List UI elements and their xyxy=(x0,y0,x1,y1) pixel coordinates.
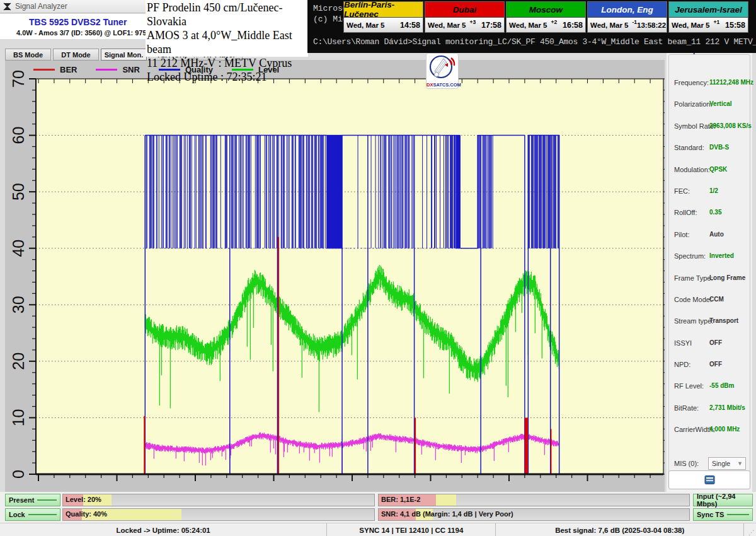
input-label: Input (~2,94 Mbps) xyxy=(697,492,746,508)
transponder-row-label: RollOff: xyxy=(674,209,697,216)
level-bar-label: Level: 20% xyxy=(66,496,101,503)
clock-city: Jerusalem-Israel xyxy=(669,2,748,18)
transponder-row-label: NPD: xyxy=(674,361,690,368)
transponder-row-value: OFF xyxy=(709,361,722,368)
svg-text:30: 30 xyxy=(9,296,27,313)
clock-time-row: Wed, Mar 5-113:58:22 xyxy=(588,18,667,32)
clock-utc-offset: +1 xyxy=(714,19,720,25)
syncts-label: Sync TS xyxy=(697,511,724,518)
transponder-row: Pilot:Auto xyxy=(669,230,750,251)
tab-signal-mon-[interactable]: Signal Mon. xyxy=(101,49,147,61)
mis-dropdown[interactable]: Single ▼ xyxy=(708,457,746,470)
transponder-row-label: ISSYI xyxy=(674,339,692,347)
transponder-row-value: QPSK xyxy=(709,166,727,173)
clock-widget[interactable]: Jerusalem-IsraelWed, Mar 5+115:58 xyxy=(668,1,748,33)
transponder-row-value: -55 dBm xyxy=(709,382,734,389)
transponder-panel: Transponder Frequency:11212,248 MHzPolar… xyxy=(667,35,752,492)
transponder-row-value: DVB-S xyxy=(709,144,729,151)
transponder-row-label: BitRate: xyxy=(674,404,699,412)
transponder-row: Frequency:11212,248 MHz xyxy=(669,78,750,99)
chevron-down-icon: ▼ xyxy=(737,460,743,467)
transponder-row-value: 11212,248 MHz xyxy=(709,79,753,86)
transponder-row-value: Inverted xyxy=(709,252,734,259)
annotation-overlay: PF Prodelin 450 cm/Lučenec-Slovakia AMOS… xyxy=(146,0,308,57)
present-label: Present xyxy=(9,496,34,504)
tuner-name: TBS 5925 DVBS2 Tuner xyxy=(29,17,127,27)
transponder-row-label: Pilot: xyxy=(674,231,689,238)
quality-bar-label: Quality: 40% xyxy=(66,510,107,518)
clock-utc-offset: +3 xyxy=(470,19,476,25)
clock-city: Dubai xyxy=(425,2,504,18)
transponder-row: Modulation:QPSK xyxy=(669,165,750,186)
transponder-row-value: OFF xyxy=(709,339,722,346)
clock-time-row: Wed, Mar 5+317:58 xyxy=(425,18,504,32)
clock-time: 15:58 xyxy=(725,21,745,30)
lock-label: Lock xyxy=(9,511,25,518)
clock-date: Wed, Mar 5 xyxy=(672,21,710,29)
tab-bs-mode[interactable]: BS Mode xyxy=(5,49,51,61)
clock-city: Moscow xyxy=(507,2,585,18)
transponder-row: Symbol Rate:2963,008 KS/s xyxy=(669,121,750,143)
svg-text:20: 20 xyxy=(9,352,27,370)
transponder-row: FEC:1/2 xyxy=(669,186,750,207)
clock-city: London, Eng xyxy=(588,2,667,18)
transponder-row-label: Spectrum: xyxy=(674,252,706,260)
svg-text:70: 70 xyxy=(9,70,27,88)
clock-utc-offset: -1 xyxy=(633,19,638,25)
transponder-row: RF Level:-55 dBm xyxy=(669,381,750,402)
transponder-row-value: Long Frame xyxy=(709,274,745,281)
clock-widget[interactable]: DubaiWed, Mar 5+317:58 xyxy=(425,1,505,33)
clock-time: 14:58 xyxy=(400,21,420,30)
clock-time: 13:58:22 xyxy=(637,21,666,29)
transponder-row-label: Standard: xyxy=(674,144,704,151)
clock-widget[interactable]: Berlin-Paris-LučenecWed, Mar 514:58 xyxy=(343,1,423,33)
annotation-line: 11 212 MHz-V : METV Cyprus xyxy=(147,56,308,70)
clock-city: Berlin-Paris-Lučenec xyxy=(344,2,423,18)
app-icon xyxy=(3,3,11,11)
transponder-row: Standard:DVB-S xyxy=(669,143,750,164)
snapshot-button[interactable] xyxy=(668,470,750,489)
transponder-row-value: Transport xyxy=(709,317,738,324)
ber-bar: BER: 1,1E-2 xyxy=(378,494,690,506)
transponder-row: Stream type:Transport xyxy=(669,316,750,337)
clock-utc-offset: +2 xyxy=(551,19,558,25)
transponder-row: RollOff:0.35 xyxy=(669,207,750,229)
signal-analyzer-app: Signal Analyzer TBS 5925 DVBS2 Tuner 4.0… xyxy=(0,0,756,536)
level-bar: Level: 20% xyxy=(62,494,375,506)
transponder-rows: Frequency:11212,248 MHzPolarization:Vert… xyxy=(669,78,750,446)
clock-widget[interactable]: MoscowWed, Mar 5+216:58 xyxy=(506,1,586,33)
svg-text:10: 10 xyxy=(9,409,27,427)
terminal-prompt: C:\Users\Roman Dávid>Signal monitoring_L… xyxy=(313,37,756,47)
transponder-row-value: Auto xyxy=(709,231,724,238)
transponder-row: Code Mode:CCM xyxy=(669,294,750,316)
transponder-row: Frame Type:Long Frame xyxy=(669,273,750,294)
annotation-line: Locked Uptime : 72:35:21 xyxy=(147,70,308,84)
clock-widget[interactable]: London, EngWed, Mar 5-113:58:22 xyxy=(587,1,667,33)
transponder-row-value: 1/2 xyxy=(709,187,718,194)
quality-bar: Quality: 40% xyxy=(62,508,375,521)
clock-date: Wed, Mar 5 xyxy=(509,21,547,29)
transponder-row: CarrierWidth:4,000 MHz xyxy=(669,424,750,446)
transponder-row: BitRate:2,731 Mbit/s xyxy=(669,403,750,424)
resize-grip[interactable]: ⋰ xyxy=(744,523,756,536)
tab-dt-mode[interactable]: DT Mode xyxy=(53,49,99,61)
transponder-row: Polarization:Vertical xyxy=(669,99,750,120)
transponder-row-label: Polarization: xyxy=(674,100,713,108)
clock-time: 17:58 xyxy=(481,21,501,30)
status-best-signal: Best signal: 7,6 dB (2025-03-04 08:38) xyxy=(496,523,744,536)
chart-plot: 010203040506070 xyxy=(5,60,665,492)
transponder-row-value: 2,731 Mbit/s xyxy=(709,404,745,411)
clock-date: Wed, Mar 5 xyxy=(346,21,385,29)
lock-indicator: Lock xyxy=(5,508,60,521)
present-indicator: Present xyxy=(5,494,60,506)
annotation-line: PF Prodelin 450 cm/Lučenec-Slovakia xyxy=(147,1,308,28)
transponder-row-label: Code Mode: xyxy=(674,296,712,303)
mis-label: MIS (0): xyxy=(674,460,699,467)
status-sync-tei-cc: SYNC 14 | TEI 12410 | CC 1194 xyxy=(327,523,496,536)
clock-date: Wed, Mar 5 xyxy=(428,21,466,29)
input-indicator: Input (~2,94 Mbps) xyxy=(693,494,753,506)
clock-time-row: Wed, Mar 5+115:58 xyxy=(669,18,748,32)
svg-text:0: 0 xyxy=(9,470,27,479)
transponder-row-label: RF Level: xyxy=(674,382,704,390)
transponder-row: Spectrum:Inverted xyxy=(669,251,750,272)
